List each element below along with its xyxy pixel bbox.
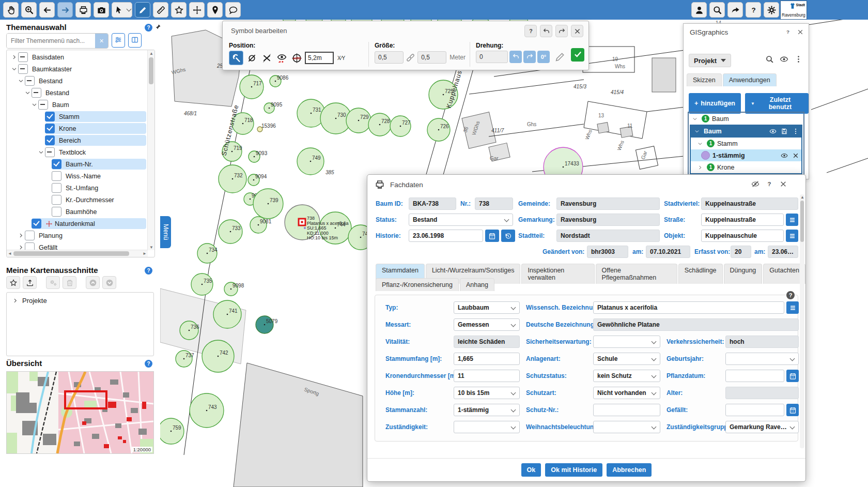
- help-icon[interactable]: ?: [784, 28, 792, 36]
- layer-checkbox[interactable]: [45, 124, 55, 133]
- symbol-item-1-stämmig[interactable]: 1-stämmig: [691, 149, 801, 161]
- ok-button[interactable]: Ok: [521, 463, 541, 477]
- wissname-lookup-button[interactable]: [786, 301, 799, 314]
- tab-gutachten[interactable]: Gutachten: [763, 264, 805, 284]
- projekte-item[interactable]: Projekte: [7, 295, 153, 307]
- screenshot-button[interactable]: [94, 2, 109, 18]
- gefaellt-calendar-button[interactable]: [786, 404, 799, 416]
- layer-item-basisdaten[interactable]: Basisdaten: [7, 51, 147, 63]
- chevron-right-icon[interactable]: [17, 244, 25, 250]
- close-icon[interactable]: [796, 28, 804, 36]
- uebersicht-help-icon[interactable]: ?: [145, 360, 152, 368]
- filter-options-button[interactable]: [112, 33, 125, 48]
- historie-calendar-button[interactable]: [485, 230, 499, 242]
- field-value[interactable]: Bestand: [409, 214, 513, 226]
- field-value[interactable]: [725, 370, 784, 382]
- layer-item-st-umfang[interactable]: St.-Umfang: [7, 182, 147, 194]
- field-value[interactable]: Laubbaum: [454, 301, 520, 314]
- field-value[interactable]: 1,665: [454, 353, 520, 365]
- chevron-down-icon[interactable]: [10, 65, 18, 73]
- draw-tool-button[interactable]: [135, 2, 150, 18]
- hinzufuegen-button[interactable]: +hinzufügen: [689, 93, 741, 114]
- tree-759[interactable]: [160, 418, 184, 444]
- field-value[interactable]: Schule: [593, 353, 660, 365]
- history-forward-button[interactable]: [57, 2, 73, 18]
- chevron-down-icon[interactable]: [17, 77, 25, 85]
- rotate-cw-button[interactable]: [523, 51, 536, 63]
- position-distance-input[interactable]: 5,2m: [305, 52, 334, 64]
- link-size-icon[interactable]: [405, 51, 416, 64]
- layer-item-gef-llt[interactable]: Gefällt: [7, 241, 147, 250]
- field-value[interactable]: 1-stämmig: [454, 404, 520, 416]
- search-icon[interactable]: [765, 55, 774, 64]
- help-icon[interactable]: ?: [765, 180, 774, 189]
- layer-checkbox[interactable]: [52, 207, 61, 217]
- layer-checkbox[interactable]: [52, 183, 61, 193]
- layer-item-bereich[interactable]: Bereich: [7, 134, 147, 146]
- layer-checkbox[interactable]: [32, 88, 41, 98]
- tab-skizzen[interactable]: Skizzen: [687, 73, 722, 86]
- settings-button[interactable]: [764, 2, 779, 18]
- field-value[interactable]: 23.06.1998: [409, 230, 483, 242]
- xy-coordinates-icon[interactable]: X∕Y: [337, 55, 345, 61]
- field-value[interactable]: Nordstadt: [556, 230, 660, 242]
- tab-offene-pflegema-nahmen[interactable]: Offene Pflegemaßnahmen: [596, 264, 677, 284]
- pan-tool-button[interactable]: [3, 2, 19, 18]
- marker-tool-button[interactable]: [207, 2, 223, 18]
- size-width-input[interactable]: 0,5: [375, 51, 404, 64]
- search-button[interactable]: [709, 2, 725, 18]
- layer-item-bestand[interactable]: Bestand: [7, 75, 147, 87]
- view-settings-button[interactable]: [46, 276, 60, 289]
- tab-d-ngung[interactable]: Düngung: [724, 264, 763, 284]
- show-vertices-tool[interactable]: [275, 51, 288, 65]
- tree-vertical-scrollbar[interactable]: ▲▼: [147, 50, 154, 250]
- chevron-right-icon[interactable]: [17, 232, 25, 240]
- place-symbol-tool[interactable]: [229, 51, 243, 65]
- auto-position-tool[interactable]: AUTO: [290, 51, 303, 65]
- chevron-right-icon[interactable]: [696, 163, 704, 172]
- comment-tool-button[interactable]: [225, 2, 241, 18]
- layer-checkbox[interactable]: [32, 219, 41, 229]
- layer-item-textblock[interactable]: Textblock: [7, 146, 147, 158]
- tab-anwendungen[interactable]: Anwendungen: [723, 73, 777, 86]
- printer-icon[interactable]: [375, 179, 385, 190]
- split-view-button[interactable]: [128, 33, 142, 48]
- layer-checkbox[interactable]: [45, 147, 55, 157]
- field-value[interactable]: leichte Schäden: [454, 336, 520, 348]
- favorite-view-button[interactable]: [6, 276, 20, 289]
- redo-button[interactable]: [555, 25, 568, 37]
- abbrechen-button[interactable]: Abbrechen: [607, 463, 652, 477]
- rotation-reset-button[interactable]: 0°: [537, 51, 550, 63]
- chevron-down-icon[interactable]: [23, 89, 32, 97]
- floppy-icon[interactable]: [780, 127, 788, 135]
- field-value[interactable]: Gewöhnliche Platane: [593, 318, 799, 331]
- layer-baum-header[interactable]: Baum: [691, 125, 801, 138]
- field-value[interactable]: [725, 353, 799, 365]
- historie-history-button[interactable]: [501, 230, 515, 242]
- layer-item-bestand[interactable]: Bestand: [7, 87, 147, 99]
- close-icon[interactable]: [779, 180, 788, 189]
- no-position-tool[interactable]: [245, 51, 258, 65]
- field-value[interactable]: 10 bis 15m: [454, 387, 520, 399]
- chevron-right-icon[interactable]: [10, 53, 18, 62]
- save-view-button[interactable]: [23, 276, 37, 289]
- apply-symbol-button[interactable]: [571, 48, 584, 62]
- chevron-down-icon[interactable]: [693, 127, 701, 135]
- field-value[interactable]: [593, 336, 660, 348]
- undo-button[interactable]: [540, 25, 552, 37]
- layer-checkbox[interactable]: [45, 112, 55, 121]
- tab-inspektionen-verwalten[interactable]: Inspektionen verwalten: [521, 264, 594, 284]
- measure-tool-button[interactable]: [153, 2, 168, 18]
- layer-checkbox[interactable]: [25, 76, 35, 86]
- field-value[interactable]: Gemarkung Ravensburg: [725, 421, 799, 433]
- eye-icon[interactable]: [769, 127, 777, 135]
- layer-item-baum-nr-[interactable]: Baum-Nr.: [7, 158, 147, 170]
- chevron-right-icon[interactable]: [11, 297, 19, 305]
- zuletzt-benutzt-button[interactable]: ▼Zuletzt benutzt: [745, 93, 809, 114]
- dots-v-icon[interactable]: [792, 127, 799, 135]
- field-value[interactable]: [725, 387, 799, 399]
- chevron-down-icon[interactable]: [696, 140, 704, 148]
- field-value[interactable]: Gemessen: [454, 318, 520, 331]
- menu-tab[interactable]: Menü: [160, 216, 171, 248]
- projekt-dropdown[interactable]: Projekt: [689, 54, 731, 67]
